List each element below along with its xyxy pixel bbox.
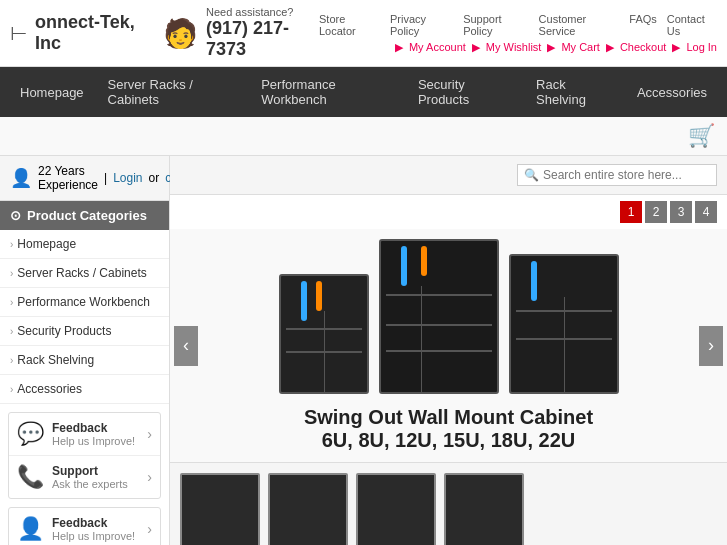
my-cart-link[interactable]: My Cart bbox=[561, 41, 600, 54]
store-locator-link[interactable]: Store Locator bbox=[319, 13, 380, 37]
my-account-link[interactable]: My Account bbox=[409, 41, 466, 54]
circle-icon: ⊙ bbox=[10, 208, 21, 223]
cabinet-image-2 bbox=[379, 239, 499, 394]
thumbnails bbox=[170, 462, 727, 545]
cable-blue-3 bbox=[531, 261, 537, 301]
thumbnail-4[interactable] bbox=[444, 473, 524, 545]
support-widget-row[interactable]: 📞 Support Ask the experts › bbox=[9, 456, 160, 498]
checkout-link[interactable]: Checkout bbox=[620, 41, 666, 54]
cat-homepage-link[interactable]: › Homepage bbox=[0, 230, 169, 258]
feedback-icon-2: 👤 bbox=[17, 516, 44, 542]
nav-server-racks[interactable]: Server Racks / Cabinets bbox=[96, 67, 250, 117]
feedback-title-1: Feedback bbox=[52, 421, 147, 435]
categories-header: ⊙ Product Categories bbox=[0, 201, 169, 230]
cable-orange-2 bbox=[421, 246, 427, 276]
shelf-4 bbox=[386, 324, 492, 326]
or-text: or bbox=[149, 171, 160, 185]
category-list: › Homepage › Server Racks / Cabinets › P… bbox=[0, 230, 169, 404]
carousel-images bbox=[279, 239, 619, 394]
main-area: 🔍 1 2 3 4 ‹ › bbox=[170, 156, 727, 545]
nav-bar: Homepage Server Racks / Cabinets Perform… bbox=[0, 67, 727, 117]
feedback-sub-2: Help us Improve! bbox=[52, 530, 147, 542]
thumbnail-2[interactable] bbox=[268, 473, 348, 545]
cart-area: 🛒 bbox=[0, 117, 727, 156]
feedback-widget-1[interactable]: 💬 Feedback Help us Improve! › 📞 Support … bbox=[8, 412, 161, 499]
logo-avatar: 🧑 bbox=[163, 17, 198, 50]
categories-title: Product Categories bbox=[27, 208, 147, 223]
my-wishlist-link[interactable]: My Wishlist bbox=[486, 41, 542, 54]
cat-server-racks-link[interactable]: › Server Racks / Cabinets bbox=[0, 259, 169, 287]
carousel-right-arrow[interactable]: › bbox=[699, 326, 723, 366]
feedback-widget-2[interactable]: 👤 Feedback Help us Improve! › bbox=[8, 507, 161, 545]
carousel-title-line2: 6U, 8U, 12U, 15U, 18U, 22U bbox=[304, 429, 593, 452]
content-area: 👤 22 Years Experience | Login or create … bbox=[0, 156, 727, 545]
shelf-5 bbox=[386, 350, 492, 352]
user-bar: 👤 22 Years Experience | Login or create … bbox=[0, 156, 169, 201]
logo-area: ⊢ onnect-Tek, Inc 🧑 Need assistance? (91… bbox=[10, 6, 319, 60]
cart-icon[interactable]: 🛒 bbox=[688, 123, 715, 149]
bar-separator: | bbox=[104, 171, 107, 185]
widget-text-1: Feedback Help us Improve! bbox=[52, 421, 147, 447]
cable-blue-2 bbox=[401, 246, 407, 286]
login-sidebar-link[interactable]: Login bbox=[113, 171, 142, 185]
cable-blue bbox=[301, 281, 307, 321]
privacy-policy-link[interactable]: Privacy Policy bbox=[390, 13, 453, 37]
thumbnail-3[interactable] bbox=[356, 473, 436, 545]
feedback-widget-row-1[interactable]: 💬 Feedback Help us Improve! › bbox=[9, 413, 160, 455]
assistance-label: Need assistance? bbox=[206, 6, 319, 18]
page-btn-3[interactable]: 3 bbox=[670, 201, 692, 223]
sidebar: 👤 22 Years Experience | Login or create … bbox=[0, 156, 170, 545]
cat-rack-shelving-link[interactable]: › Rack Shelving bbox=[0, 346, 169, 374]
page-btn-2[interactable]: 2 bbox=[645, 201, 667, 223]
search-area: 🔍 bbox=[170, 156, 727, 195]
chevron-icon: ▶ bbox=[472, 41, 480, 54]
cat-accessories-link[interactable]: › Accessories bbox=[0, 375, 169, 403]
chevron-right-icon: › bbox=[10, 268, 13, 279]
nav-rack-shelving[interactable]: Rack Shelving bbox=[524, 67, 625, 117]
carousel-left-arrow[interactable]: ‹ bbox=[174, 326, 198, 366]
nav-homepage[interactable]: Homepage bbox=[8, 75, 96, 110]
nav-accessories[interactable]: Accessories bbox=[625, 75, 719, 110]
phone-number: (917) 217-7373 bbox=[206, 18, 319, 60]
cat-performance-workbench-link[interactable]: › Performance Workbench bbox=[0, 288, 169, 316]
shelf-6 bbox=[516, 310, 612, 312]
nav-performance-workbench[interactable]: Performance Workbench bbox=[249, 67, 406, 117]
chevron-right-icon: › bbox=[147, 469, 152, 485]
list-item: › Homepage bbox=[0, 230, 169, 259]
cat-security-products-link[interactable]: › Security Products bbox=[0, 317, 169, 345]
customer-service-link[interactable]: Customer Service bbox=[539, 13, 620, 37]
thumbnail-1[interactable] bbox=[180, 473, 260, 545]
cat-security-products-label: Security Products bbox=[17, 324, 111, 338]
user-icon: 👤 bbox=[10, 167, 32, 189]
list-item: › Rack Shelving bbox=[0, 346, 169, 375]
page-btn-1[interactable]: 1 bbox=[620, 201, 642, 223]
support-policy-link[interactable]: Support Policy bbox=[463, 13, 528, 37]
carousel-title-line1: Swing Out Wall Mount Cabinet bbox=[304, 406, 593, 429]
assistance-block: Need assistance? (917) 217-7373 bbox=[206, 6, 319, 60]
contact-us-link[interactable]: Contact Us bbox=[667, 13, 717, 37]
chevron-right-icon: › bbox=[10, 326, 13, 337]
chevron-right-icon: › bbox=[10, 384, 13, 395]
chevron-icon: ▶ bbox=[606, 41, 614, 54]
search-input[interactable] bbox=[543, 168, 710, 182]
chevron-right-icon: › bbox=[147, 426, 152, 442]
logo-icon: ⊢ bbox=[10, 21, 27, 45]
search-icon: 🔍 bbox=[524, 168, 539, 182]
carousel-title: Swing Out Wall Mount Cabinet 6U, 8U, 12U… bbox=[304, 406, 593, 452]
chevron-right-icon: › bbox=[147, 521, 152, 537]
faqs-link[interactable]: FAQs bbox=[629, 13, 657, 37]
login-link[interactable]: Log In bbox=[686, 41, 717, 54]
cat-rack-shelving-label: Rack Shelving bbox=[17, 353, 94, 367]
page-btn-4[interactable]: 4 bbox=[695, 201, 717, 223]
list-item: › Accessories bbox=[0, 375, 169, 404]
chevron-icon: ▶ bbox=[547, 41, 555, 54]
feedback-widget-row-2[interactable]: 👤 Feedback Help us Improve! › bbox=[9, 508, 160, 545]
cat-server-racks-label: Server Racks / Cabinets bbox=[17, 266, 146, 280]
top-links-row: Store Locator Privacy Policy Support Pol… bbox=[319, 13, 717, 37]
account-links: ▶ My Account ▶ My Wishlist ▶ My Cart ▶ C… bbox=[395, 41, 717, 54]
cabinet-image-1 bbox=[279, 274, 369, 394]
search-wrap[interactable]: 🔍 bbox=[517, 164, 717, 186]
door-line-2 bbox=[421, 286, 422, 392]
list-item: › Performance Workbench bbox=[0, 288, 169, 317]
nav-security-products[interactable]: Security Products bbox=[406, 67, 524, 117]
